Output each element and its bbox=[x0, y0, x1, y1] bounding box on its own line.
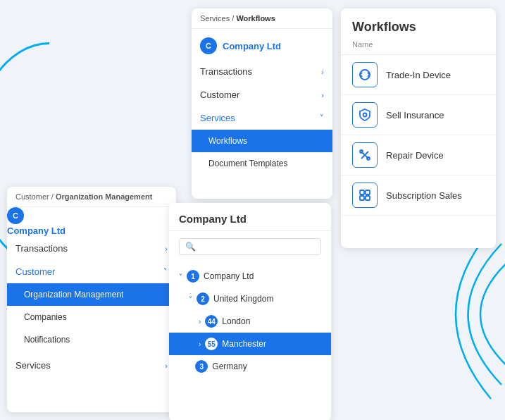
tree-item-company-ltd[interactable]: ˅ 1 Company Ltd bbox=[169, 265, 331, 288]
svg-rect-8 bbox=[366, 196, 370, 200]
nav-customer[interactable]: Customer › bbox=[192, 83, 332, 106]
nav-workflows[interactable]: Workflows bbox=[192, 130, 332, 152]
chevron-down-icon: ˅ bbox=[189, 295, 192, 303]
customer-company-header: C Company Ltd bbox=[7, 207, 176, 237]
org-search-box[interactable]: 🔍 bbox=[179, 238, 321, 255]
chevron-icon: › bbox=[165, 362, 168, 370]
svg-point-0 bbox=[363, 113, 367, 117]
svg-rect-6 bbox=[366, 190, 370, 194]
breadcrumb-current: Workflows bbox=[236, 14, 275, 23]
cust-nav-org-management[interactable]: Organization Management bbox=[7, 283, 176, 306]
tree-badge: 1 bbox=[187, 270, 199, 283]
sell-insurance-label: Sell Insurance bbox=[386, 110, 444, 121]
repair-icon bbox=[352, 142, 378, 168]
repair-device-label: Repair Device bbox=[386, 150, 444, 161]
services-panel: Services / Workflows C Company Ltd Trans… bbox=[192, 8, 332, 199]
tree-item-germany[interactable]: › 3 Germany bbox=[169, 355, 331, 378]
workflows-col-label: Name bbox=[341, 40, 496, 55]
chevron-down-icon: ˅ bbox=[163, 267, 168, 276]
chevron-icon: › bbox=[321, 91, 324, 99]
company-name: Company Ltd bbox=[223, 41, 281, 51]
org-panel: Company Ltd 🔍 ˅ 1 Company Ltd ˅ 2 United… bbox=[169, 203, 331, 420]
customer-company-name: Company Ltd bbox=[7, 226, 66, 236]
org-panel-title: Company Ltd bbox=[169, 203, 331, 231]
breadcrumb-current: Organization Management bbox=[56, 192, 153, 201]
workflow-sell-insurance[interactable]: Sell Insurance bbox=[341, 95, 496, 135]
breadcrumb-parent: Customer bbox=[15, 192, 49, 201]
company-icon: C bbox=[200, 37, 217, 54]
tree-item-london[interactable]: › 44 London bbox=[169, 310, 331, 333]
org-tree: ˅ 1 Company Ltd ˅ 2 United Kingdom › 44 … bbox=[169, 262, 331, 381]
customer-company-icon: C bbox=[7, 207, 24, 224]
tree-badge: 2 bbox=[197, 292, 209, 305]
workflows-title: Workflows bbox=[352, 20, 485, 35]
tree-badge: 44 bbox=[205, 315, 218, 328]
services-breadcrumb: Services / Workflows bbox=[192, 8, 332, 29]
search-icon: 🔍 bbox=[185, 242, 196, 252]
chevron-down-icon: ˅ bbox=[320, 113, 324, 123]
chevron-icon: › bbox=[199, 318, 201, 326]
tree-label: United Kingdom bbox=[213, 294, 321, 304]
org-search-input[interactable] bbox=[200, 242, 315, 252]
company-header: C Company Ltd bbox=[192, 29, 332, 60]
subscription-sales-label: Subscription Sales bbox=[386, 190, 462, 201]
tree-item-manchester[interactable]: › 55 Manchester bbox=[169, 333, 331, 355]
chevron-icon: › bbox=[165, 245, 168, 253]
shield-icon bbox=[352, 102, 378, 128]
workflow-subscription-sales[interactable]: Subscription Sales bbox=[341, 175, 496, 216]
svg-rect-5 bbox=[360, 190, 364, 194]
svg-rect-7 bbox=[360, 196, 364, 200]
tree-badge: 3 bbox=[195, 360, 208, 373]
tree-label: Company Ltd bbox=[204, 271, 321, 281]
breadcrumb-parent: Services bbox=[200, 14, 230, 23]
nav-document-templates[interactable]: Document Templates bbox=[192, 152, 332, 175]
trade-in-label: Trade-In Device bbox=[386, 70, 451, 80]
subscription-icon bbox=[352, 183, 378, 208]
workflows-header: Workflows bbox=[341, 8, 496, 37]
chevron-icon: › bbox=[321, 68, 324, 76]
tree-item-uk[interactable]: ˅ 2 United Kingdom bbox=[169, 288, 331, 310]
cust-nav-transactions[interactable]: Transactions › bbox=[7, 237, 176, 260]
tree-label: Germany bbox=[212, 362, 321, 371]
customer-panel: Customer / Organization Management C Com… bbox=[7, 187, 176, 412]
tree-label: London bbox=[222, 316, 321, 326]
trade-in-icon bbox=[352, 62, 378, 87]
cust-nav-companies[interactable]: Companies bbox=[7, 306, 176, 328]
workflow-repair-device[interactable]: Repair Device bbox=[341, 135, 496, 175]
cust-nav-notifications[interactable]: Notifications bbox=[7, 328, 176, 351]
chevron-icon: › bbox=[199, 340, 201, 348]
workflows-panel: Workflows Name Trade-In Device Sell Insu… bbox=[341, 8, 496, 248]
customer-breadcrumb: Customer / Organization Management bbox=[7, 187, 176, 207]
tree-badge: 55 bbox=[205, 338, 218, 350]
chevron-down-icon: ˅ bbox=[179, 273, 182, 280]
nav-transactions[interactable]: Transactions › bbox=[192, 60, 332, 83]
tree-label: Manchester bbox=[222, 339, 321, 349]
nav-services[interactable]: Services ˅ bbox=[192, 106, 332, 130]
cust-nav-customer[interactable]: Customer ˅ bbox=[7, 260, 176, 283]
cust-nav-services[interactable]: Services › bbox=[7, 354, 176, 377]
workflow-trade-in[interactable]: Trade-In Device bbox=[341, 55, 496, 95]
